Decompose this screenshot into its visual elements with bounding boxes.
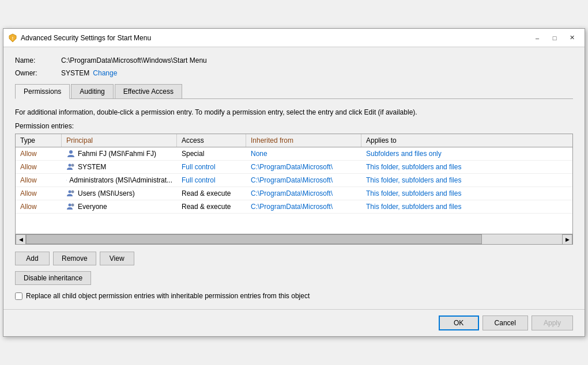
tab-effective-access[interactable]: Effective Access (115, 84, 182, 99)
col-applies: Applies to (361, 134, 506, 147)
scroll-left-arrow[interactable]: ◀ (16, 234, 26, 245)
owner-value: SYSTEM (61, 69, 89, 77)
row2-applies: This folder, subfolders and files (361, 161, 506, 173)
row4-applies: This folder, subfolders and files (361, 188, 506, 199)
remove-button[interactable]: Remove (53, 252, 96, 265)
col-type: Type (16, 134, 62, 147)
user-icon (66, 149, 76, 158)
horizontal-scrollbar: ◀ ▶ (16, 234, 572, 244)
row3-applies: This folder, subfolders and files (361, 174, 506, 186)
table-body: Allow Fahmi FJ (MSI\Fahmi FJ) Special No… (16, 147, 572, 234)
svg-point-9 (69, 204, 71, 207)
row3-principal: Administrators (MSI\Administrat... (62, 174, 177, 187)
row2-type: Allow (16, 161, 62, 173)
users-icon (66, 176, 67, 185)
title-bar-left: ! Advanced Security Settings for Start M… (8, 33, 151, 43)
main-window: ! Advanced Security Settings for Start M… (3, 28, 585, 337)
row5-applies: This folder, subfolders and files (361, 201, 506, 212)
row3-access: Full control (177, 174, 246, 186)
row5-type: Allow (16, 201, 62, 212)
scroll-thumb[interactable] (26, 234, 482, 244)
users-icon (66, 202, 76, 211)
checkbox-row: Replace all child object permission entr… (15, 292, 573, 300)
minimize-button[interactable]: – (529, 32, 545, 44)
tab-bar: Permissions Auditing Effective Access (15, 84, 573, 99)
apply-button[interactable]: Apply (532, 315, 573, 330)
svg-text:!: ! (12, 36, 13, 40)
row2-inherited: C:\ProgramData\Microsoft\ (246, 161, 361, 173)
title-controls: – □ ✕ (529, 32, 580, 44)
row2-access: Full control (177, 161, 246, 173)
row5-inherited: C:\ProgramData\Microsoft\ (246, 201, 361, 212)
action-buttons: Add Remove View (15, 252, 573, 265)
row3-type: Allow (16, 174, 62, 186)
svg-point-10 (71, 204, 74, 207)
row1-inherited: None (246, 148, 361, 159)
table-header: Type Principal Access Inherited from App… (16, 134, 572, 147)
permissions-table: Type Principal Access Inherited from App… (15, 134, 573, 245)
row1-type: Allow (16, 148, 62, 159)
svg-point-4 (71, 164, 74, 167)
col-inherited: Inherited from (246, 134, 361, 147)
cancel-button[interactable]: Cancel (483, 315, 528, 330)
dialog-content: Name: C:\ProgramData\Microsoft\Windows\S… (3, 47, 585, 309)
row1-applies: Subfolders and files only (361, 148, 506, 159)
owner-row: Owner: SYSTEM Change (15, 69, 573, 77)
window-title: Advanced Security Settings for Start Men… (21, 34, 151, 42)
svg-point-2 (69, 150, 73, 154)
tab-permissions[interactable]: Permissions (15, 84, 70, 99)
view-button[interactable]: View (100, 252, 134, 265)
row4-type: Allow (16, 188, 62, 199)
add-button[interactable]: Add (15, 252, 50, 265)
row5-access: Read & execute (177, 201, 246, 212)
row5-principal: Everyone (62, 200, 177, 213)
row1-principal: Fahmi FJ (MSI\Fahmi FJ) (62, 147, 177, 160)
users-icon (66, 189, 76, 198)
name-label: Name: (15, 56, 61, 64)
name-value: C:\ProgramData\Microsoft\Windows\Start M… (61, 56, 207, 64)
close-button[interactable]: ✕ (564, 32, 580, 44)
table-row[interactable]: Allow SYSTEM Full control C:\ProgramData… (16, 161, 572, 174)
scroll-track[interactable] (26, 234, 562, 244)
row4-inherited: C:\ProgramData\Microsoft\ (246, 188, 361, 199)
disable-inheritance-button[interactable]: Disable inheritance (15, 271, 91, 285)
name-row: Name: C:\ProgramData\Microsoft\Windows\S… (15, 56, 573, 64)
table-row[interactable]: Allow Administrators (MSI\Administrat...… (16, 174, 572, 187)
table-row[interactable]: Allow Everyone Read & execute C:\Program… (16, 200, 572, 214)
col-principal: Principal (62, 134, 177, 147)
disable-inheritance-container: Disable inheritance (15, 271, 573, 285)
table-row[interactable]: Allow Users (MSI\Users) Read & execute C… (16, 187, 572, 200)
permission-entries-label: Permission entries: (15, 122, 573, 130)
owner-label: Owner: (15, 69, 61, 77)
app-icon: ! (8, 33, 17, 43)
restore-button[interactable]: □ (546, 32, 563, 44)
users-icon (66, 162, 76, 172)
svg-point-8 (71, 191, 74, 193)
title-bar: ! Advanced Security Settings for Start M… (3, 29, 585, 47)
change-owner-link[interactable]: Change (93, 69, 117, 77)
row4-principal: Users (MSI\Users) (62, 187, 177, 200)
checkbox-label[interactable]: Replace all child object permission entr… (26, 292, 310, 300)
svg-point-7 (69, 191, 71, 193)
row1-access: Special (177, 148, 246, 159)
row3-inherited: C:\ProgramData\Microsoft\ (246, 174, 361, 186)
row4-access: Read & execute (177, 188, 246, 199)
table-row[interactable]: Allow Fahmi FJ (MSI\Fahmi FJ) Special No… (16, 147, 572, 161)
row2-principal: SYSTEM (62, 161, 177, 173)
info-text: For additional information, double-click… (15, 107, 573, 117)
col-access: Access (177, 134, 246, 147)
replace-checkbox[interactable] (15, 292, 22, 300)
svg-point-3 (69, 164, 71, 167)
tab-auditing[interactable]: Auditing (71, 84, 113, 99)
ok-button[interactable]: OK (439, 315, 479, 330)
scroll-right-arrow[interactable]: ▶ (562, 234, 572, 245)
bottom-buttons: OK Cancel Apply (3, 309, 585, 336)
